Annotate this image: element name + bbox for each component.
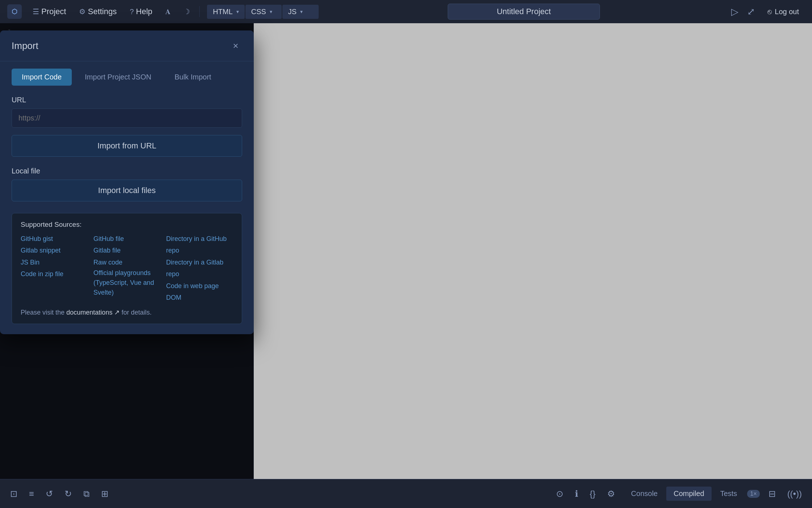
nav-help-label: Help — [136, 7, 152, 16]
bottom-signal-icon[interactable]: ((•)) — [784, 486, 805, 502]
tab-html-label: HTML — [213, 8, 232, 16]
nav-theme[interactable]: ☽ — [178, 5, 195, 18]
dialog-close-button[interactable]: × — [229, 39, 242, 52]
bottom-undo-icon[interactable]: ↺ — [43, 486, 56, 502]
source-github-gist[interactable]: GitHub gist — [21, 233, 88, 245]
menu-icon: ☰ — [33, 7, 39, 16]
source-github-dir[interactable]: Directory in a GitHub repo — [166, 233, 233, 257]
logo-icon: ⬡ — [12, 8, 17, 16]
url-label: URL — [12, 96, 242, 104]
nav-menu-label: Project — [41, 7, 66, 16]
source-official-playgrounds[interactable]: Official playgrounds(TypeScript, Vue and… — [94, 268, 161, 298]
dialog-header: Import × — [0, 30, 254, 61]
modal-overlay: Import × Import Code Import Project JSON… — [0, 23, 254, 479]
tab-html-chevron: ▾ — [236, 9, 239, 15]
bottom-expand-icon[interactable]: ⊟ — [766, 486, 779, 502]
bottom-redo-icon[interactable]: ↻ — [62, 486, 75, 502]
topbar: ⬡ ☰ Project ⚙ Settings ? Help 𝐀 ☽ HTML ▾… — [0, 0, 812, 23]
source-github-file[interactable]: GitHub file — [94, 233, 161, 245]
bottom-save-icon[interactable]: ⊙ — [553, 486, 566, 502]
source-gitlab-snippet[interactable]: Gitlab snippet — [21, 245, 88, 256]
tab-js-chevron: ▾ — [300, 9, 303, 15]
tab-bulk-import[interactable]: Bulk Import — [164, 69, 221, 86]
dialog-title: Import — [12, 40, 38, 52]
close-icon: × — [233, 40, 238, 52]
source-raw-code[interactable]: Raw code — [94, 257, 161, 268]
bottom-tabs: Console Compiled Tests 1× — [624, 487, 760, 501]
import-dialog: Import × Import Code Import Project JSON… — [0, 30, 254, 334]
nav-font[interactable]: 𝐀 — [160, 5, 175, 18]
tab-js[interactable]: JS ▾ — [282, 5, 319, 19]
import-from-url-button[interactable]: Import from URL — [12, 135, 242, 157]
tab-bulk-import-label: Bulk Import — [174, 73, 211, 81]
project-title-input[interactable] — [448, 4, 600, 20]
settings-nav-icon: ⚙ — [79, 7, 86, 16]
source-gitlab-file[interactable]: Gitlab file — [94, 245, 161, 256]
tab-import-project-json[interactable]: Import Project JSON — [75, 69, 161, 86]
sources-col3: Directory in a GitHub repo Directory in … — [166, 233, 233, 303]
tab-css-chevron: ▾ — [270, 9, 272, 15]
bottom-config-icon[interactable]: ⚙ — [604, 486, 618, 502]
bottom-layout-icon[interactable]: ⊡ — [7, 486, 20, 502]
bottom-tab-compiled[interactable]: Compiled — [666, 487, 711, 501]
sources-grid: GitHub gist Gitlab snippet JS Bin Code i… — [21, 233, 233, 303]
nav-help[interactable]: ? Help — [125, 5, 157, 19]
tab-import-code-label: Import Code — [22, 73, 62, 81]
tab-import-project-json-label: Import Project JSON — [85, 73, 151, 81]
app-logo[interactable]: ⬡ — [7, 4, 22, 19]
share-button[interactable]: ⤢ — [745, 4, 757, 20]
preview-area — [254, 23, 812, 479]
bottom-info-icon[interactable]: ℹ — [572, 486, 581, 502]
documentation-link[interactable]: documentations ↗ — [66, 309, 121, 316]
tab-html[interactable]: HTML ▾ — [207, 5, 244, 19]
import-local-files-label: Import local files — [98, 186, 156, 195]
bottom-list-icon[interactable]: ≡ — [26, 486, 37, 502]
bottombar: ⊡ ≡ ↺ ↻ ⧉ ⊞ ⊙ ℹ {} ⚙ Console Compiled Te… — [0, 479, 812, 508]
tab-import-code[interactable]: Import Code — [12, 69, 72, 86]
badge-count: 1× — [747, 490, 759, 498]
bottom-tab-tests[interactable]: Tests — [713, 487, 745, 501]
bottom-copy-icon[interactable]: ⧉ — [80, 486, 92, 502]
source-zip[interactable]: Code in zip file — [21, 268, 88, 280]
share-icon: ⤢ — [747, 6, 755, 17]
logout-button[interactable]: ⎋ Log out — [762, 5, 805, 19]
run-button[interactable]: ▷ — [729, 4, 741, 20]
bottom-tab-console[interactable]: Console — [624, 487, 665, 501]
bottom-format-icon[interactable]: {} — [587, 486, 598, 502]
dialog-body: URL Import from URL Local file Import lo… — [0, 86, 254, 334]
sources-col1: GitHub gist Gitlab snippet JS Bin Code i… — [21, 233, 88, 303]
import-local-files-button[interactable]: Import local files — [12, 180, 242, 201]
url-input[interactable] — [12, 108, 242, 128]
help-nav-icon: ? — [130, 8, 134, 16]
nav-menu[interactable]: ☰ Project — [28, 5, 71, 19]
sources-footer: Please visit the documentations ↗ for de… — [21, 308, 233, 316]
dialog-tabs: Import Code Import Project JSON Bulk Imp… — [0, 61, 254, 86]
source-jsbin[interactable]: JS Bin — [21, 257, 88, 268]
separator-1 — [199, 6, 200, 17]
bottom-tab-compiled-label: Compiled — [674, 489, 704, 497]
bottom-tab-console-label: Console — [631, 489, 658, 497]
sources-footer-text: Please visit the — [21, 309, 66, 316]
bottom-add-icon[interactable]: ⊞ — [98, 486, 111, 502]
logout-icon: ⎋ — [767, 8, 772, 16]
font-icon: 𝐀 — [165, 8, 170, 16]
tab-css[interactable]: CSS ▾ — [245, 5, 282, 19]
source-dom[interactable]: Code in web page DOM — [166, 280, 233, 304]
bottom-tab-tests-label: Tests — [720, 489, 737, 497]
theme-icon: ☽ — [183, 7, 190, 16]
nav-settings-label: Settings — [88, 7, 117, 16]
supported-sources-header: Supported Sources: — [21, 221, 233, 229]
nav-settings[interactable]: ⚙ Settings — [74, 5, 122, 19]
editor-tabs: HTML ▾ CSS ▾ JS ▾ — [207, 5, 318, 19]
project-title-area — [322, 4, 726, 20]
local-file-label: Local file — [12, 167, 242, 175]
source-gitlab-dir[interactable]: Directory in a Gitlab repo — [166, 257, 233, 280]
import-from-url-label: Import from URL — [98, 141, 157, 150]
supported-sources-box: Supported Sources: GitHub gist Gitlab sn… — [12, 213, 242, 324]
sources-col2: GitHub file Gitlab file Raw code Officia… — [94, 233, 161, 303]
run-icon: ▷ — [731, 6, 738, 17]
tab-css-label: CSS — [251, 8, 266, 16]
tab-js-label: JS — [288, 8, 297, 16]
docs-link-label: documentations ↗ — [66, 309, 120, 316]
logout-label: Log out — [775, 8, 799, 16]
